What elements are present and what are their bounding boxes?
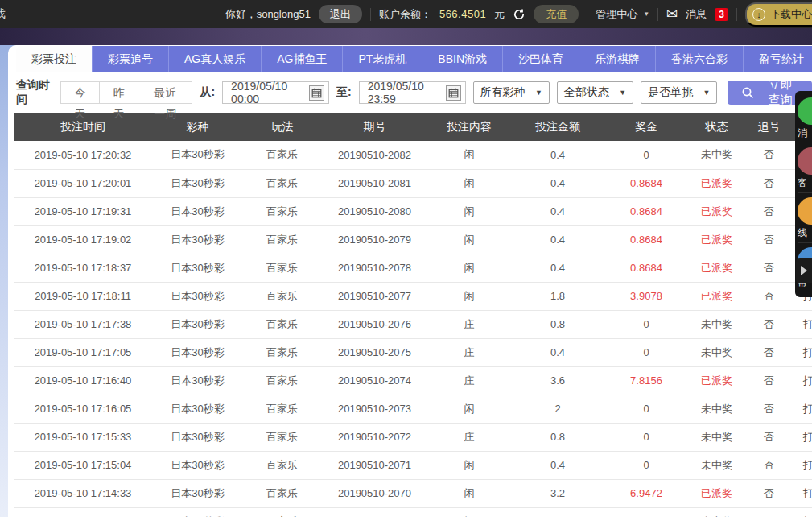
bet-amount: 0.4	[509, 254, 606, 282]
to-date-value: 2019/05/10 23:59	[368, 80, 446, 105]
prize: 0	[606, 507, 686, 517]
refresh-icon[interactable]	[513, 8, 526, 21]
logout-button[interactable]: 退出	[319, 5, 362, 23]
chase: 否	[747, 169, 791, 197]
issue-number: 20190510-2076	[320, 310, 429, 338]
bet-time: 2019-05-10 17:14:33	[14, 479, 151, 507]
widget-item[interactable]: 线	[798, 192, 812, 240]
single-pick-select[interactable]: 是否单挑 ▼	[641, 81, 717, 104]
table-row: 2019-05-10 17:14:08日本30秒彩百家乐20190510-206…	[14, 507, 812, 517]
tab[interactable]: 彩票投注	[16, 46, 93, 72]
search-icon	[741, 86, 755, 100]
print-link[interactable]: 打印	[803, 431, 812, 443]
bets-table: 投注时间彩种玩法期号投注内容投注金额奖金状态追号操作 2019-05-10 17…	[14, 113, 812, 517]
divider	[370, 8, 371, 21]
issue-number: 20190510-2082	[320, 141, 429, 169]
topbar-right-group: 你好，songlong51 退出 账户余额： 566.4501 元 充值 管理中…	[225, 2, 812, 27]
tab[interactable]: 盈亏统计	[744, 46, 812, 72]
messages-link[interactable]: 消息	[686, 7, 707, 22]
tab[interactable]: AG捕鱼王	[262, 46, 343, 72]
mail-icon[interactable]: ✉	[666, 6, 678, 23]
action-cell: 打印	[791, 395, 812, 423]
quick-range-button[interactable]: 昨天	[100, 81, 138, 104]
status: 已派奖	[686, 169, 747, 197]
tab[interactable]: 乐游棋牌	[579, 46, 656, 72]
to-date-input[interactable]: 2019/05/10 23:59	[359, 81, 466, 104]
tab-bar: 彩票投注彩票追号AG真人娱乐AG捕鱼王PT老虎机BBIN游戏沙巴体育乐游棋牌香港…	[16, 46, 812, 72]
status-value: 全部状态	[564, 85, 609, 100]
play-type: 百家乐	[244, 282, 320, 310]
lottery-type-select[interactable]: 所有彩种 ▼	[473, 81, 550, 104]
topbar-left-partial-text: 戏	[0, 7, 6, 22]
chase: 否	[747, 310, 791, 338]
divider	[587, 8, 587, 21]
print-link[interactable]: 打印	[803, 374, 812, 387]
column-header: 状态	[686, 113, 747, 141]
content-card: 彩票投注彩票追号AG真人娱乐AG捕鱼王PT老虎机BBIN游戏沙巴体育乐游棋牌香港…	[8, 45, 812, 517]
bet-content: 庄	[429, 338, 509, 366]
message-icon	[798, 97, 812, 125]
tab[interactable]: BBIN游戏	[422, 46, 503, 72]
issue-number: 20190510-2072	[320, 423, 429, 451]
issue-number: 20190510-2078	[320, 254, 429, 282]
chase: 否	[747, 197, 791, 225]
column-header: 投注金额	[509, 113, 606, 141]
chase: 否	[747, 451, 791, 479]
calendar-icon[interactable]	[446, 85, 461, 101]
print-link[interactable]: 打印	[803, 318, 812, 330]
chase: 否	[747, 395, 791, 423]
admin-center-menu[interactable]: 管理中心 ▼	[596, 7, 649, 22]
from-date-value: 2019/05/10 00:00	[231, 80, 309, 105]
bet-content: 闲	[429, 395, 509, 423]
play-type: 百家乐	[244, 507, 320, 517]
bet-time: 2019-05-10 17:19:31	[14, 197, 151, 225]
chevron-down-icon: ▼	[703, 89, 710, 97]
widget-item-label: 消	[798, 126, 812, 140]
print-link[interactable]: 打印	[803, 346, 812, 358]
lottery-type: 日本30秒彩	[151, 310, 244, 338]
print-link[interactable]: 打印	[803, 459, 812, 471]
table-row: 2019-05-10 17:17:05日本30秒彩百家乐20190510-207…	[14, 338, 812, 366]
bet-amount: 0.4	[509, 141, 606, 169]
single-pick-value: 是否单挑	[648, 85, 693, 100]
divider	[736, 8, 737, 21]
from-date-input[interactable]: 2019/05/10 00:00	[222, 81, 329, 104]
status: 未中奖	[686, 310, 747, 338]
prize: 7.8156	[606, 366, 686, 395]
play-type: 百家乐	[244, 225, 320, 254]
column-header: 追号	[747, 113, 791, 141]
lottery-type: 日本30秒彩	[151, 366, 244, 395]
bet-time: 2019-05-10 17:15:33	[14, 423, 151, 451]
print-link[interactable]: 打印	[803, 403, 812, 415]
bet-content: 闲	[429, 197, 509, 225]
prize: 0.8684	[606, 169, 686, 197]
widget-item[interactable]: 消	[798, 97, 812, 140]
issue-number: 20190510-2081	[320, 169, 429, 197]
tab[interactable]: 彩票追号	[93, 46, 169, 72]
recharge-button[interactable]: 充值	[534, 5, 579, 23]
tab[interactable]: 香港六合彩	[656, 46, 744, 72]
bet-amount: 0.8	[509, 423, 606, 451]
quick-range-button[interactable]: 今天	[60, 81, 100, 104]
tab[interactable]: PT老虎机	[343, 46, 422, 72]
table-row: 2019-05-10 17:19:31日本30秒彩百家乐20190510-208…	[14, 197, 812, 225]
status-select[interactable]: 全部状态 ▼	[557, 81, 633, 104]
column-header: 投注内容	[429, 113, 509, 141]
tab[interactable]: 沙巴体育	[503, 46, 579, 72]
issue-number: 20190510-2075	[320, 338, 429, 366]
widget-item[interactable]: 客	[798, 143, 812, 190]
status: 未中奖	[686, 141, 747, 169]
print-link[interactable]: 打印	[803, 487, 812, 499]
tab[interactable]: AG真人娱乐	[169, 46, 262, 72]
quick-range-button[interactable]: 最近一周	[138, 81, 192, 104]
widget-collapse-arrow[interactable]	[796, 258, 812, 283]
to-label: 至:	[336, 85, 352, 100]
download-center-button[interactable]: ↓ 下载中心	[745, 2, 812, 27]
prize: 0.8684	[606, 197, 686, 225]
chase: 否	[747, 338, 791, 366]
prize: 0	[606, 395, 686, 423]
bet-time: 2019-05-10 17:16:40	[14, 366, 151, 395]
calendar-icon[interactable]	[309, 85, 324, 101]
lottery-type-value: 所有彩种	[480, 85, 526, 100]
issue-number: 20190510-2071	[320, 451, 429, 479]
